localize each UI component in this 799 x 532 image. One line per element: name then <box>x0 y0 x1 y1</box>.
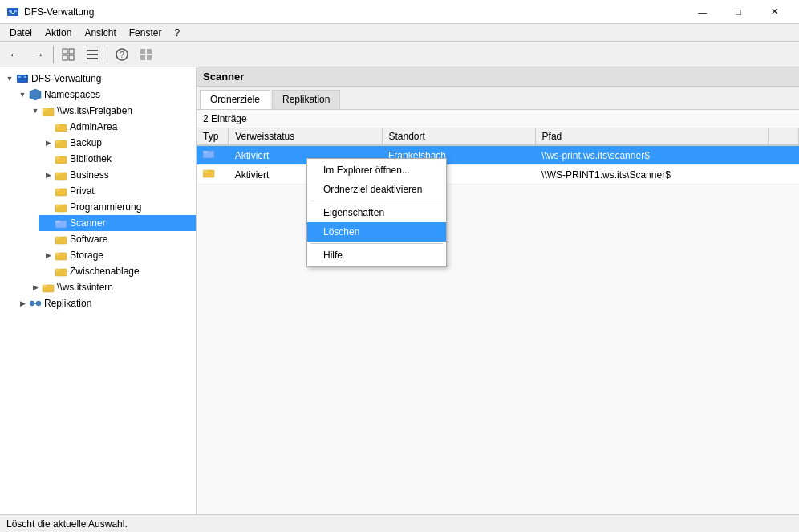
view-button-2[interactable] <box>81 44 103 65</box>
tree-root[interactable]: ▼ DFS-Verwaltung <box>0 71 196 87</box>
tree-storage[interactable]: ▶ Storage <box>39 247 196 263</box>
context-menu-item-hilfe[interactable]: Hilfe <box>307 246 446 265</box>
col-verweisstatus[interactable]: Verweisstatus <box>229 128 382 145</box>
view-button-1[interactable] <box>57 44 79 65</box>
svg-rect-2 <box>14 10 17 12</box>
context-menu-item-deaktivieren[interactable]: Ordnerziel deaktivieren <box>307 180 446 199</box>
tree-backup[interactable]: ▶ Backup <box>39 135 196 151</box>
svg-rect-17 <box>147 55 152 60</box>
tree-label-zwischenablage: Zwischenablage <box>70 266 140 277</box>
col-standort[interactable]: Standort <box>382 128 535 145</box>
table-row[interactable]: Aktiviert Frankelsbach \\ws-print.ws.its… <box>197 145 799 165</box>
tree-adminarea[interactable]: AdminArea <box>39 119 196 135</box>
minimize-button[interactable]: — <box>684 0 720 24</box>
content-header: Scanner <box>197 67 799 87</box>
tree-bibliothek[interactable]: Bibliothek <box>39 151 196 167</box>
expand-storage[interactable]: ▶ <box>42 249 55 262</box>
expand-bibliothek <box>42 152 55 165</box>
tree-label-privat: Privat <box>70 185 95 197</box>
cell-pfad-2: \\WS-PRINT1.ws.its\Scanner$ <box>535 165 768 185</box>
forward-button[interactable]: → <box>27 44 50 65</box>
expand-software <box>42 233 55 246</box>
view-button-3[interactable] <box>135 44 157 65</box>
svg-rect-14 <box>140 49 145 54</box>
svg-rect-10 <box>87 54 98 55</box>
menu-ansicht[interactable]: Ansicht <box>78 26 122 40</box>
tab-replikation[interactable]: Replikation <box>272 90 340 109</box>
svg-rect-32 <box>55 189 60 191</box>
col-pfad[interactable]: Pfad <box>535 128 768 145</box>
menu-aktion[interactable]: Aktion <box>39 26 78 40</box>
privat-icon <box>55 185 67 197</box>
svg-rect-30 <box>55 173 60 175</box>
svg-text:?: ? <box>120 51 124 59</box>
svg-rect-49 <box>203 151 208 153</box>
tree-replikation[interactable]: ▶ Replikation <box>13 295 196 311</box>
cell-typ-1 <box>197 145 229 165</box>
bibliothek-icon <box>55 152 67 165</box>
menu-fenster[interactable]: Fenster <box>123 26 168 40</box>
tree-namespaces[interactable]: ▼ Namespaces <box>13 87 196 103</box>
intern-label: \\ws.its\intern <box>57 282 113 293</box>
tree-label-storage: Storage <box>70 250 103 261</box>
context-menu-item-loeschen[interactable]: Löschen <box>307 222 446 242</box>
expand-intern[interactable]: ▶ <box>29 281 42 294</box>
close-button[interactable]: ✕ <box>756 0 793 24</box>
tree-zwischenablage[interactable]: Zwischenablage <box>39 263 196 279</box>
tree-privat[interactable]: Privat <box>39 183 196 199</box>
help-button[interactable]: ? <box>111 44 133 65</box>
menu-datei[interactable]: Datei <box>3 26 39 40</box>
expand-adminarea <box>42 120 55 133</box>
svg-rect-20 <box>24 76 26 78</box>
svg-rect-26 <box>55 140 60 143</box>
tree-programmierung[interactable]: Programmierung <box>39 199 196 215</box>
title-bar-title: DFS-Verwaltung <box>24 6 94 18</box>
software-icon <box>55 233 67 246</box>
svg-rect-9 <box>87 50 98 51</box>
zwischenablage-icon <box>55 265 67 278</box>
svg-rect-24 <box>55 124 60 127</box>
data-table: Typ Verweisstatus Standort Pfad <box>197 128 799 185</box>
expand-namespaces[interactable]: ▼ <box>16 88 29 101</box>
context-menu-separator <box>310 201 443 201</box>
menu-bar: Datei Aktion Ansicht Fenster ? <box>0 24 799 42</box>
root-icon <box>16 72 29 85</box>
tree-software[interactable]: Software <box>39 231 196 247</box>
svg-rect-6 <box>69 49 74 54</box>
svg-rect-18 <box>17 75 28 83</box>
tree-business[interactable]: ▶ Business <box>39 167 196 183</box>
svg-rect-22 <box>43 108 47 111</box>
expand-root[interactable]: ▼ <box>3 72 16 85</box>
svg-point-46 <box>36 301 41 306</box>
back-button[interactable]: ← <box>3 44 26 65</box>
expand-business[interactable]: ▶ <box>42 169 55 181</box>
sidebar: ▼ DFS-Verwaltung ▼ Namespaces ▼ \\ws.i <box>0 67 197 514</box>
tree-freigaben[interactable]: ▼ \\ws.its\Freigaben <box>26 103 196 119</box>
expand-privat <box>42 185 55 197</box>
expand-replikation[interactable]: ▶ <box>16 297 29 310</box>
col-typ[interactable]: Typ <box>197 128 229 145</box>
tree-scanner[interactable]: Scanner <box>39 215 196 231</box>
svg-rect-1 <box>9 10 12 12</box>
cell-typ-2 <box>197 165 229 185</box>
namespaces-icon <box>29 88 42 101</box>
tree-label-software: Software <box>70 234 107 245</box>
namespaces-label: Namespaces <box>44 89 100 100</box>
context-menu-item-explorer[interactable]: Im Explorer öffnen... <box>307 160 446 180</box>
tab-ordnerziele[interactable]: Ordnerziele <box>200 90 270 109</box>
replikation-label: Replikation <box>44 298 91 309</box>
table-row[interactable]: Aktiviert Aulsbach \\WS-PRINT1.ws.its\Sc… <box>197 165 799 185</box>
context-menu-item-eigenschaften[interactable]: Eigenschaften <box>307 203 446 222</box>
tree-intern[interactable]: ▶ \\ws.its\intern <box>26 279 196 295</box>
col-extra[interactable] <box>768 128 798 145</box>
entries-count: 2 Einträge <box>197 110 799 128</box>
menu-help[interactable]: ? <box>168 26 186 40</box>
expand-zwischenablage <box>42 265 55 278</box>
maximize-button[interactable]: □ <box>720 0 756 24</box>
expand-backup[interactable]: ▶ <box>42 136 55 149</box>
expand-freigaben[interactable]: ▼ <box>29 104 42 117</box>
title-bar: DFS-Verwaltung — □ ✕ <box>0 0 799 24</box>
cell-extra-2 <box>768 165 798 185</box>
expand-scanner <box>42 217 55 229</box>
expand-programmierung <box>42 201 55 213</box>
